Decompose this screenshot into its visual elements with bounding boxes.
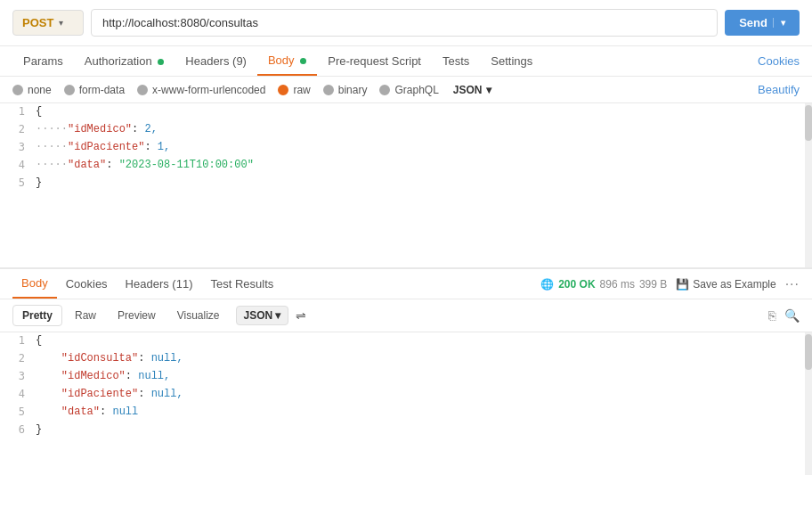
status-size: 399 B xyxy=(639,278,667,291)
resp-tab-headers[interactable]: Headers (11) xyxy=(117,270,202,298)
status-time: 896 ms xyxy=(600,278,635,291)
raw-radio xyxy=(278,85,288,95)
binary-radio xyxy=(323,85,334,95)
response-meta: 🌐 200 OK 896 ms 399 B 💾 Save as Example … xyxy=(540,276,800,292)
tab-tests[interactable]: Tests xyxy=(432,47,480,75)
response-format-bar: Pretty Raw Preview Visualize JSON ▾ ⇌ ⎘ … xyxy=(0,299,812,332)
request-bar: POST ▾ Send ▾ xyxy=(0,0,812,46)
resp-line-5: 5 "data": null xyxy=(0,404,812,422)
beautify-button[interactable]: Beautify xyxy=(758,83,800,96)
body-type-urlencoded[interactable]: x-www-form-urlencoded xyxy=(137,84,265,96)
status-code: 200 OK xyxy=(558,278,595,291)
copy-response-button[interactable]: ⎘ xyxy=(768,308,775,323)
method-select[interactable]: POST ▾ xyxy=(12,10,84,36)
body-type-none[interactable]: none xyxy=(12,84,52,96)
resp-tab-cookies[interactable]: Cookies xyxy=(57,270,117,298)
tab-authorization[interactable]: Authorization xyxy=(74,47,175,75)
format-visualize-button[interactable]: Visualize xyxy=(168,306,229,325)
send-label: Send xyxy=(739,16,767,29)
format-pretty-button[interactable]: Pretty xyxy=(12,305,62,326)
resp-line-1: 1 { xyxy=(0,332,812,350)
format-preview-button[interactable]: Preview xyxy=(109,306,165,325)
resp-editor-scrollbar-thumb[interactable] xyxy=(805,334,812,370)
req-line-3: 3 ·····"idPaciente": 1, xyxy=(0,139,812,157)
method-chevron-icon: ▾ xyxy=(59,18,63,28)
url-input[interactable] xyxy=(91,9,718,37)
tab-headers[interactable]: Headers (9) xyxy=(175,47,257,75)
search-response-button[interactable]: 🔍 xyxy=(784,308,800,323)
req-line-5: 5 } xyxy=(0,175,812,193)
body-type-graphql[interactable]: GraphQL xyxy=(379,84,438,96)
resp-editor-scrollbar[interactable] xyxy=(805,332,812,475)
method-label: POST xyxy=(22,16,53,29)
resp-json-chevron-icon: ▾ xyxy=(275,309,280,322)
send-button[interactable]: Send ▾ xyxy=(725,10,800,36)
req-line-1: 1 { xyxy=(0,103,812,121)
urlencoded-radio xyxy=(137,85,148,95)
more-options-button[interactable]: ··· xyxy=(785,276,800,292)
req-editor-scrollbar-thumb[interactable] xyxy=(805,105,812,141)
body-type-raw[interactable]: raw xyxy=(278,84,310,96)
resp-tab-body[interactable]: Body xyxy=(12,269,57,299)
request-tabs: Params Authorization Headers (9) Body Pr… xyxy=(0,46,812,77)
response-status: 🌐 200 OK 896 ms 399 B xyxy=(540,278,667,291)
response-actions: ⎘ 🔍 xyxy=(768,308,800,323)
json-type-selector[interactable]: JSON ▾ xyxy=(453,84,491,96)
body-dot xyxy=(300,58,306,64)
response-code-editor: 1 { 2 "idConsulta": null, 3 "idMedico": … xyxy=(0,332,812,475)
save-icon: 💾 xyxy=(676,278,689,291)
resp-line-6: 6 } xyxy=(0,422,812,439)
body-type-binary[interactable]: binary xyxy=(323,84,368,96)
wrap-icon[interactable]: ⇌ xyxy=(296,308,306,323)
none-radio xyxy=(12,85,23,95)
body-type-formdata[interactable]: form-data xyxy=(64,84,125,96)
tab-params[interactable]: Params xyxy=(12,47,74,75)
cookies-link[interactable]: Cookies xyxy=(758,47,800,75)
globe-icon: 🌐 xyxy=(540,278,554,291)
resp-line-4: 4 "idPaciente": null, xyxy=(0,386,812,404)
resp-tab-testresults[interactable]: Test Results xyxy=(201,270,282,298)
req-line-4: 4 ·····"data": "2023-08-11T10:00:00" xyxy=(0,157,812,175)
formdata-radio xyxy=(64,85,75,95)
resp-line-2: 2 "idConsulta": null, xyxy=(0,350,812,368)
tab-settings[interactable]: Settings xyxy=(480,47,543,75)
json-selector-chevron-icon: ▾ xyxy=(486,84,491,96)
send-chevron-icon[interactable]: ▾ xyxy=(773,18,785,28)
req-editor-scrollbar[interactable] xyxy=(805,103,812,267)
req-line-2: 2 ·····"idMedico": 2, xyxy=(0,121,812,139)
save-example-button[interactable]: 💾 Save as Example xyxy=(676,278,775,291)
resp-line-3: 3 "idMedico": null, xyxy=(0,368,812,386)
tab-prerequest[interactable]: Pre-request Script xyxy=(317,47,432,75)
graphql-radio xyxy=(379,85,390,95)
resp-json-selector[interactable]: JSON ▾ xyxy=(236,306,289,325)
response-tabs-bar: Body Cookies Headers (11) Test Results 🌐… xyxy=(0,268,812,299)
format-raw-button[interactable]: Raw xyxy=(66,306,105,325)
authorization-dot xyxy=(158,59,164,65)
body-type-bar: none form-data x-www-form-urlencoded raw… xyxy=(0,77,812,103)
tab-body[interactable]: Body xyxy=(257,46,317,76)
request-code-editor[interactable]: 1 { 2 ·····"idMedico": 2, 3 ·····"idPaci… xyxy=(0,103,812,268)
